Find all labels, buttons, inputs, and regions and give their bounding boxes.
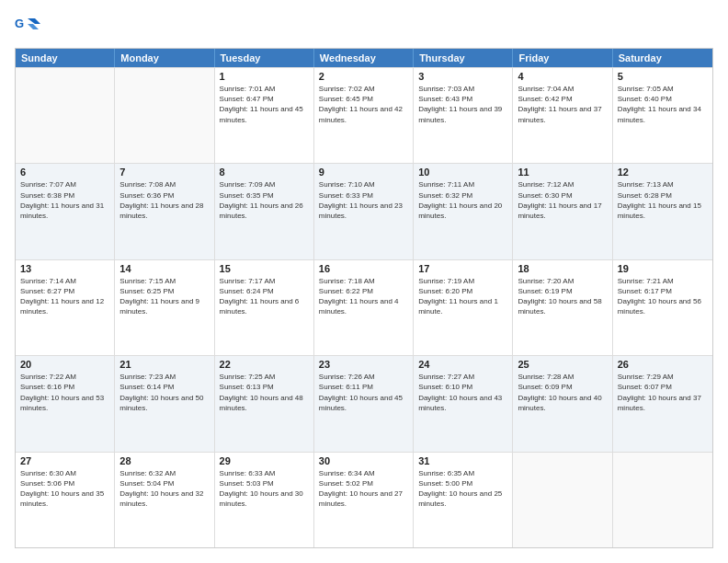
calendar-header: SundayMondayTuesdayWednesdayThursdayFrid…	[16, 49, 712, 67]
day-number: 12	[618, 167, 708, 178]
svg-marker-1	[28, 18, 40, 24]
logo-icon: G	[15, 15, 40, 40]
day-number: 5	[618, 71, 708, 82]
day-cell-30: 30Sunrise: 6:34 AM Sunset: 5:02 PM Dayli…	[314, 453, 414, 547]
day-info: Sunrise: 6:32 AM Sunset: 5:04 PM Dayligh…	[119, 468, 209, 510]
svg-text:G: G	[15, 17, 24, 30]
calendar-body: 1Sunrise: 7:01 AM Sunset: 6:47 PM Daylig…	[16, 67, 712, 547]
day-info: Sunrise: 7:17 AM Sunset: 6:24 PM Dayligh…	[220, 276, 309, 317]
day-number: 20	[20, 359, 109, 370]
header-day-thursday: Thursday	[414, 49, 513, 67]
day-number: 21	[119, 359, 209, 370]
day-number: 23	[319, 359, 408, 370]
day-info: Sunrise: 7:02 AM Sunset: 6:45 PM Dayligh…	[319, 84, 408, 125]
day-cell-16: 16Sunrise: 7:18 AM Sunset: 6:22 PM Dayli…	[314, 260, 414, 355]
day-info: Sunrise: 7:12 AM Sunset: 6:30 PM Dayligh…	[518, 179, 607, 221]
day-info: Sunrise: 7:27 AM Sunset: 6:10 PM Dayligh…	[418, 372, 507, 413]
day-info: Sunrise: 7:28 AM Sunset: 6:09 PM Dayligh…	[518, 372, 607, 413]
day-info: Sunrise: 7:23 AM Sunset: 6:14 PM Dayligh…	[119, 372, 209, 413]
calendar-week-5: 27Sunrise: 6:30 AM Sunset: 5:06 PM Dayli…	[16, 452, 712, 547]
day-cell-14: 14Sunrise: 7:15 AM Sunset: 6:25 PM Dayli…	[115, 260, 214, 355]
calendar-week-4: 20Sunrise: 7:22 AM Sunset: 6:16 PM Dayli…	[16, 355, 712, 451]
logo: G	[15, 15, 42, 40]
day-info: Sunrise: 7:09 AM Sunset: 6:35 PM Dayligh…	[220, 179, 309, 221]
day-info: Sunrise: 7:03 AM Sunset: 6:43 PM Dayligh…	[418, 84, 507, 125]
day-info: Sunrise: 7:21 AM Sunset: 6:17 PM Dayligh…	[618, 276, 708, 317]
day-number: 18	[518, 263, 607, 274]
day-cell-4: 4Sunrise: 7:04 AM Sunset: 6:42 PM Daylig…	[513, 68, 612, 163]
day-info: Sunrise: 6:34 AM Sunset: 5:02 PM Dayligh…	[319, 468, 408, 510]
day-info: Sunrise: 6:33 AM Sunset: 5:03 PM Dayligh…	[220, 468, 309, 510]
day-info: Sunrise: 7:05 AM Sunset: 6:40 PM Dayligh…	[618, 84, 708, 125]
day-number: 24	[418, 359, 507, 370]
day-info: Sunrise: 7:25 AM Sunset: 6:13 PM Dayligh…	[220, 372, 309, 413]
day-cell-11: 11Sunrise: 7:12 AM Sunset: 6:30 PM Dayli…	[513, 164, 612, 259]
day-cell-9: 9Sunrise: 7:10 AM Sunset: 6:33 PM Daylig…	[314, 164, 414, 259]
day-number: 4	[518, 71, 607, 82]
header-day-friday: Friday	[513, 49, 612, 67]
day-info: Sunrise: 7:11 AM Sunset: 6:32 PM Dayligh…	[418, 179, 507, 221]
day-cell-25: 25Sunrise: 7:28 AM Sunset: 6:09 PM Dayli…	[513, 356, 612, 451]
empty-cell	[16, 68, 115, 163]
day-info: Sunrise: 7:10 AM Sunset: 6:33 PM Dayligh…	[319, 179, 408, 221]
day-cell-24: 24Sunrise: 7:27 AM Sunset: 6:10 PM Dayli…	[414, 356, 513, 451]
empty-cell	[115, 68, 214, 163]
day-cell-20: 20Sunrise: 7:22 AM Sunset: 6:16 PM Dayli…	[16, 356, 115, 451]
day-info: Sunrise: 7:26 AM Sunset: 6:11 PM Dayligh…	[319, 372, 408, 413]
day-info: Sunrise: 7:13 AM Sunset: 6:28 PM Dayligh…	[618, 179, 708, 221]
day-cell-7: 7Sunrise: 7:08 AM Sunset: 6:36 PM Daylig…	[115, 164, 214, 259]
empty-cell	[613, 453, 712, 547]
calendar-week-1: 1Sunrise: 7:01 AM Sunset: 6:47 PM Daylig…	[16, 67, 712, 163]
day-number: 17	[418, 263, 507, 274]
day-info: Sunrise: 6:30 AM Sunset: 5:06 PM Dayligh…	[20, 468, 109, 510]
day-cell-21: 21Sunrise: 7:23 AM Sunset: 6:14 PM Dayli…	[115, 356, 214, 451]
day-cell-29: 29Sunrise: 6:33 AM Sunset: 5:03 PM Dayli…	[215, 453, 314, 547]
calendar-week-3: 13Sunrise: 7:14 AM Sunset: 6:27 PM Dayli…	[16, 259, 712, 355]
empty-cell	[513, 453, 612, 547]
day-info: Sunrise: 7:04 AM Sunset: 6:42 PM Dayligh…	[518, 84, 607, 125]
day-number: 8	[220, 167, 309, 178]
svg-marker-2	[28, 24, 39, 29]
day-info: Sunrise: 7:18 AM Sunset: 6:22 PM Dayligh…	[319, 276, 408, 317]
day-info: Sunrise: 7:07 AM Sunset: 6:38 PM Dayligh…	[20, 179, 109, 221]
day-cell-12: 12Sunrise: 7:13 AM Sunset: 6:28 PM Dayli…	[613, 164, 712, 259]
day-cell-17: 17Sunrise: 7:19 AM Sunset: 6:20 PM Dayli…	[414, 260, 513, 355]
header-day-sunday: Sunday	[16, 49, 115, 67]
day-cell-6: 6Sunrise: 7:07 AM Sunset: 6:38 PM Daylig…	[16, 164, 115, 259]
day-cell-18: 18Sunrise: 7:20 AM Sunset: 6:19 PM Dayli…	[513, 260, 612, 355]
day-number: 22	[220, 359, 309, 370]
day-info: Sunrise: 7:08 AM Sunset: 6:36 PM Dayligh…	[119, 179, 209, 221]
day-number: 29	[220, 455, 309, 466]
day-cell-2: 2Sunrise: 7:02 AM Sunset: 6:45 PM Daylig…	[314, 68, 414, 163]
day-info: Sunrise: 7:01 AM Sunset: 6:47 PM Dayligh…	[220, 84, 309, 125]
day-number: 11	[518, 167, 607, 178]
day-info: Sunrise: 7:22 AM Sunset: 6:16 PM Dayligh…	[20, 372, 109, 413]
day-cell-1: 1Sunrise: 7:01 AM Sunset: 6:47 PM Daylig…	[215, 68, 314, 163]
day-number: 10	[418, 167, 507, 178]
day-cell-22: 22Sunrise: 7:25 AM Sunset: 6:13 PM Dayli…	[215, 356, 314, 451]
day-info: Sunrise: 6:35 AM Sunset: 5:00 PM Dayligh…	[418, 468, 507, 510]
day-cell-27: 27Sunrise: 6:30 AM Sunset: 5:06 PM Dayli…	[16, 453, 115, 547]
day-info: Sunrise: 7:29 AM Sunset: 6:07 PM Dayligh…	[618, 372, 708, 413]
day-cell-5: 5Sunrise: 7:05 AM Sunset: 6:40 PM Daylig…	[613, 68, 712, 163]
day-info: Sunrise: 7:20 AM Sunset: 6:19 PM Dayligh…	[518, 276, 607, 317]
day-number: 9	[319, 167, 408, 178]
day-number: 19	[618, 263, 708, 274]
day-number: 25	[518, 359, 607, 370]
day-number: 27	[20, 455, 109, 466]
header: G	[15, 15, 713, 40]
calendar-week-2: 6Sunrise: 7:07 AM Sunset: 6:38 PM Daylig…	[16, 163, 712, 259]
header-day-wednesday: Wednesday	[314, 49, 414, 67]
calendar: SundayMondayTuesdayWednesdayThursdayFrid…	[15, 48, 713, 548]
day-cell-31: 31Sunrise: 6:35 AM Sunset: 5:00 PM Dayli…	[414, 453, 513, 547]
day-number: 28	[119, 455, 209, 466]
day-number: 6	[20, 167, 109, 178]
day-info: Sunrise: 7:14 AM Sunset: 6:27 PM Dayligh…	[20, 276, 109, 317]
day-cell-19: 19Sunrise: 7:21 AM Sunset: 6:17 PM Dayli…	[613, 260, 712, 355]
day-cell-23: 23Sunrise: 7:26 AM Sunset: 6:11 PM Dayli…	[314, 356, 414, 451]
day-cell-3: 3Sunrise: 7:03 AM Sunset: 6:43 PM Daylig…	[414, 68, 513, 163]
day-info: Sunrise: 7:15 AM Sunset: 6:25 PM Dayligh…	[119, 276, 209, 317]
day-number: 2	[319, 71, 408, 82]
day-number: 14	[119, 263, 209, 274]
header-day-saturday: Saturday	[613, 49, 712, 67]
